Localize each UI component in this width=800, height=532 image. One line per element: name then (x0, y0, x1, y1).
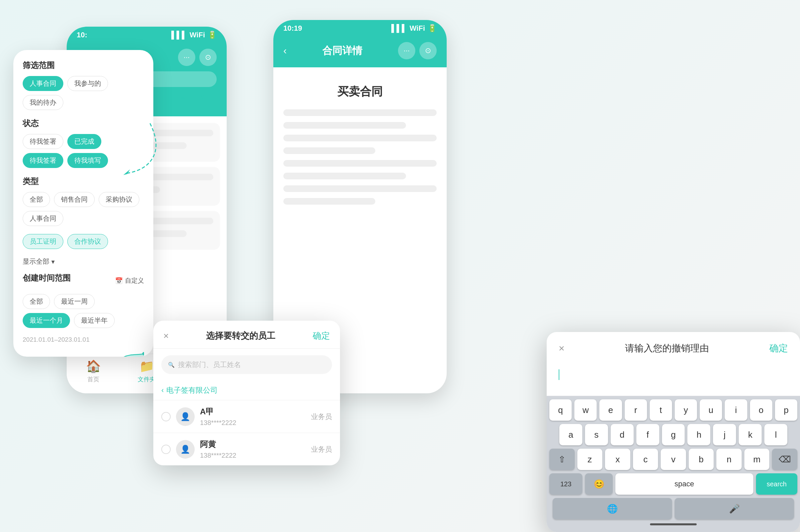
employee-item-2[interactable]: 👤 阿黄 138****2222 业务员 (153, 433, 340, 466)
key-d[interactable]: d (611, 424, 634, 445)
employee-item-1[interactable]: 👤 A甲 138****2222 业务员 (153, 400, 340, 433)
key-backspace[interactable]: ⌫ (772, 449, 797, 470)
tag-purchase[interactable]: 采购协议 (99, 192, 139, 207)
key-h[interactable]: h (687, 424, 710, 445)
key-search[interactable]: search (756, 473, 797, 495)
key-w[interactable]: w (574, 399, 597, 421)
tag-participated[interactable]: 我参与的 (67, 76, 108, 91)
employee-name-2: 阿黄 (200, 439, 306, 450)
key-o[interactable]: o (750, 399, 772, 421)
filter-icon[interactable]: ⊽ (195, 90, 210, 105)
filter-status-tags: 待我签署 已完成 待我签署 待我填写 (23, 134, 144, 168)
keyboard-row-4: 123 😊 space search (549, 473, 797, 495)
key-a[interactable]: a (559, 424, 582, 445)
key-v[interactable]: v (661, 449, 686, 470)
key-q[interactable]: q (549, 399, 572, 421)
sort-icon[interactable]: ≡ (175, 90, 190, 105)
key-globe[interactable]: 🌐 (553, 498, 672, 519)
tag-last-half-year[interactable]: 最近半年 (74, 313, 115, 328)
tag-sales[interactable]: 销售合同 (54, 192, 95, 207)
tag-last-month[interactable]: 最近一个月 (23, 313, 70, 328)
key-e[interactable]: e (599, 399, 622, 421)
modal-transfer-header: × 选择要转交的员工 确定 (153, 321, 340, 349)
key-i[interactable]: i (725, 399, 747, 421)
key-y[interactable]: y (675, 399, 697, 421)
wifi-icon-d: WiFi (409, 24, 425, 33)
back-button[interactable]: ‹ (283, 45, 287, 56)
target-icon[interactable]: ⊙ (199, 49, 217, 66)
tag-wait-sign[interactable]: 待我签署 (23, 134, 63, 149)
key-n[interactable]: n (716, 449, 742, 470)
key-emoji[interactable]: 😊 (585, 473, 613, 495)
detail-line-3 (283, 135, 437, 141)
key-p[interactable]: p (775, 399, 797, 421)
filter-range-tags: 人事合同 我参与的 我的待办 (23, 76, 144, 110)
battery-icon-d: 🔋 (428, 24, 437, 33)
more-icon-detail[interactable]: ··· (398, 42, 415, 59)
key-j[interactable]: j (713, 424, 736, 445)
key-z[interactable]: z (577, 449, 603, 470)
cancel-input[interactable] (547, 363, 800, 396)
time-range-title: 创建时间范围 (23, 273, 71, 283)
key-r[interactable]: r (625, 399, 647, 421)
transfer-confirm-button[interactable]: 确定 (313, 330, 330, 342)
detail-header: ‹ 合同详情 ··· ⊙ (273, 35, 447, 67)
key-mic[interactable]: 🎤 (675, 498, 794, 519)
tag-completed[interactable]: 已完成 (67, 134, 101, 149)
tag-time-all[interactable]: 全部 (23, 294, 50, 309)
key-x[interactable]: x (605, 449, 630, 470)
detail-line-6 (283, 173, 406, 179)
show-all-btn[interactable]: 显示全部 ▾ (23, 257, 144, 266)
contract-title: 买卖合同 (283, 84, 437, 99)
cancel-confirm-button[interactable]: 确定 (769, 342, 788, 355)
search-placeholder-text: 搜索部门、员工姓名 (178, 360, 241, 369)
company-name: 电子签有限公司 (166, 385, 218, 395)
tag-employee-cert[interactable]: 员工证明 (23, 234, 63, 249)
filter-range-title: 筛选范围 (23, 60, 144, 71)
key-m[interactable]: m (744, 449, 770, 470)
nav-home[interactable]: 🏠 首页 (66, 359, 120, 383)
key-l[interactable]: l (764, 424, 787, 445)
radio-1[interactable] (161, 412, 171, 421)
key-g[interactable]: g (662, 424, 685, 445)
keyboard: q w e r t y u i o p a s d f g h j k l ⇧ … (547, 396, 800, 532)
key-t[interactable]: t (650, 399, 672, 421)
employee-info-2: 阿黄 138****2222 (200, 439, 306, 459)
modal-cancel: × 请输入您的撤销理由 确定 q w e r t y u i o p a s d… (547, 332, 800, 532)
radio-2[interactable] (161, 445, 171, 454)
key-u[interactable]: u (700, 399, 722, 421)
search-icon-transfer: 🔍 (168, 362, 175, 368)
status-time-detail: 10:19 (283, 24, 302, 33)
detail-line-2 (283, 122, 406, 129)
detail-page-title: 合同详情 (322, 44, 362, 58)
target-icon-detail[interactable]: ⊙ (419, 42, 437, 59)
more-icon[interactable]: ··· (178, 49, 195, 66)
employee-search[interactable]: 🔍 搜索部门、员工姓名 (161, 355, 332, 374)
tag-hr[interactable]: 人事合同 (23, 211, 63, 226)
key-shift[interactable]: ⇧ (549, 449, 575, 470)
company-row[interactable]: ‹ 电子签有限公司 (153, 381, 340, 400)
keyboard-row-2: a s d f g h j k l (549, 424, 797, 445)
cancel-close-button[interactable]: × (559, 343, 565, 354)
tag-all[interactable]: 全部 (23, 192, 50, 207)
filter-type-title: 类型 (23, 176, 144, 187)
employee-name-1: A甲 (200, 406, 306, 417)
transfer-close-button[interactable]: × (163, 331, 169, 341)
detail-line-7 (283, 185, 437, 192)
key-s[interactable]: s (585, 424, 608, 445)
tag-wait-sign2[interactable]: 待我签署 (23, 153, 63, 168)
key-space[interactable]: space (615, 473, 753, 495)
key-f[interactable]: f (636, 424, 659, 445)
key-123[interactable]: 123 (549, 473, 582, 495)
time-custom-btn[interactable]: 📅 自定义 (115, 276, 144, 285)
tag-wait-fill[interactable]: 待我填写 (67, 153, 108, 168)
tag-hr-contract[interactable]: 人事合同 (23, 76, 63, 91)
tag-my-todo[interactable]: 我的待办 (23, 95, 63, 110)
filter-type-tags: 全部 销售合同 采购协议 人事合同 (23, 192, 144, 226)
key-k[interactable]: k (739, 424, 762, 445)
tag-last-week[interactable]: 最近一周 (54, 294, 95, 309)
key-c[interactable]: c (633, 449, 658, 470)
key-b[interactable]: b (689, 449, 714, 470)
tag-cooperation[interactable]: 合作协议 (67, 234, 108, 249)
time-range-text: 2021.01.01–2023.01.01 (23, 336, 144, 343)
